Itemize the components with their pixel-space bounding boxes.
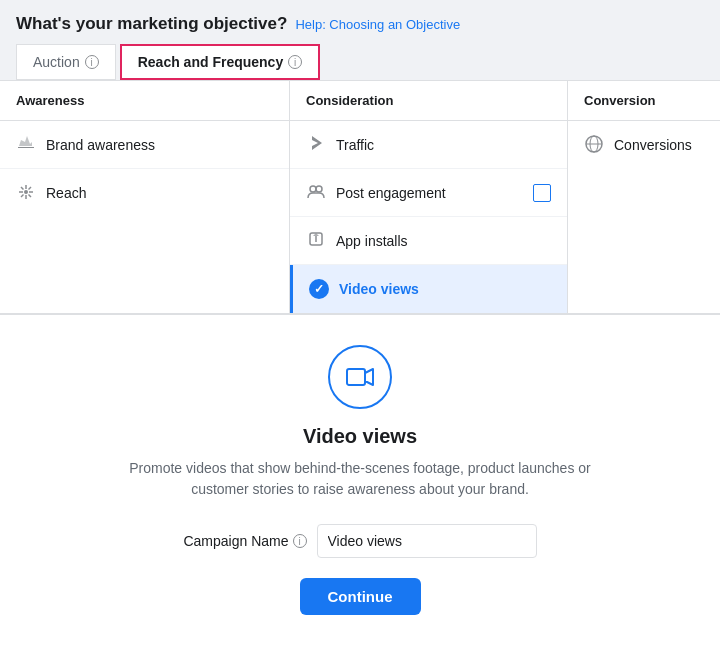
tab-reach-frequency-label: Reach and Frequency <box>138 54 284 70</box>
video-views-check <box>309 279 329 299</box>
item-app-installs[interactable]: App installs <box>290 217 567 265</box>
tab-reach-frequency[interactable]: Reach and Frequency i <box>120 44 321 80</box>
campaign-name-info: i <box>293 534 307 548</box>
item-conversions[interactable]: Conversions <box>568 121 720 169</box>
reach-label: Reach <box>46 185 86 201</box>
video-views-label: Video views <box>339 281 419 297</box>
conversions-icon <box>584 134 604 157</box>
svg-line-8 <box>21 194 24 197</box>
column-consideration: Consideration Traffic <box>290 81 568 313</box>
svg-point-10 <box>310 186 316 192</box>
item-traffic[interactable]: Traffic <box>290 121 567 169</box>
svg-marker-19 <box>365 369 373 385</box>
conversions-label: Conversions <box>614 137 692 153</box>
header-title-row: What's your marketing objective? Help: C… <box>16 14 704 34</box>
objectives-section: Awareness Brand awareness <box>0 81 720 315</box>
awareness-header: Awareness <box>0 81 289 121</box>
svg-rect-18 <box>347 369 365 385</box>
page-title: What's your marketing objective? <box>16 14 287 34</box>
campaign-name-label: Campaign Name i <box>183 533 306 549</box>
brand-awareness-icon <box>16 133 36 156</box>
item-reach[interactable]: Reach <box>0 169 289 217</box>
detail-section: Video views Promote videos that show beh… <box>0 315 720 635</box>
campaign-name-row: Campaign Name i <box>16 524 704 558</box>
tab-auction[interactable]: Auction i <box>16 44 116 80</box>
app-installs-icon <box>306 229 326 252</box>
campaign-name-input[interactable] <box>317 524 537 558</box>
objectives-columns: Awareness Brand awareness <box>0 81 720 314</box>
header: What's your marketing objective? Help: C… <box>0 0 720 81</box>
tab-auction-info: i <box>85 55 99 69</box>
svg-point-11 <box>316 186 322 192</box>
video-camera-icon <box>345 362 375 392</box>
column-conversion: Conversion Conversions <box>568 81 720 313</box>
svg-point-0 <box>24 190 28 194</box>
svg-marker-9 <box>312 136 322 150</box>
brand-awareness-label: Brand awareness <box>46 137 155 153</box>
app-installs-label: App installs <box>336 233 408 249</box>
detail-icon-circle <box>328 345 392 409</box>
detail-description: Promote videos that show behind-the-scen… <box>120 458 600 500</box>
post-engagement-icon <box>306 181 326 204</box>
column-awareness: Awareness Brand awareness <box>0 81 290 313</box>
item-video-views[interactable]: Video views <box>290 265 567 313</box>
post-engagement-label: Post engagement <box>336 185 446 201</box>
continue-button[interactable]: Continue <box>300 578 421 615</box>
svg-line-5 <box>21 187 24 190</box>
page-wrapper: What's your marketing objective? Help: C… <box>0 0 720 663</box>
post-engagement-checkbox[interactable] <box>533 184 551 202</box>
svg-line-7 <box>29 187 32 190</box>
svg-line-6 <box>29 194 32 197</box>
tabs-row: Auction i Reach and Frequency i <box>16 44 704 80</box>
consideration-header: Consideration <box>290 81 567 121</box>
reach-icon <box>16 182 36 205</box>
traffic-icon <box>306 133 326 156</box>
item-post-engagement[interactable]: Post engagement <box>290 169 567 217</box>
help-link[interactable]: Help: Choosing an Objective <box>295 17 460 32</box>
item-brand-awareness[interactable]: Brand awareness <box>0 121 289 169</box>
traffic-label: Traffic <box>336 137 374 153</box>
detail-title: Video views <box>16 425 704 448</box>
conversion-header: Conversion <box>568 81 720 121</box>
tab-auction-label: Auction <box>33 54 80 70</box>
tab-reach-frequency-info: i <box>288 55 302 69</box>
